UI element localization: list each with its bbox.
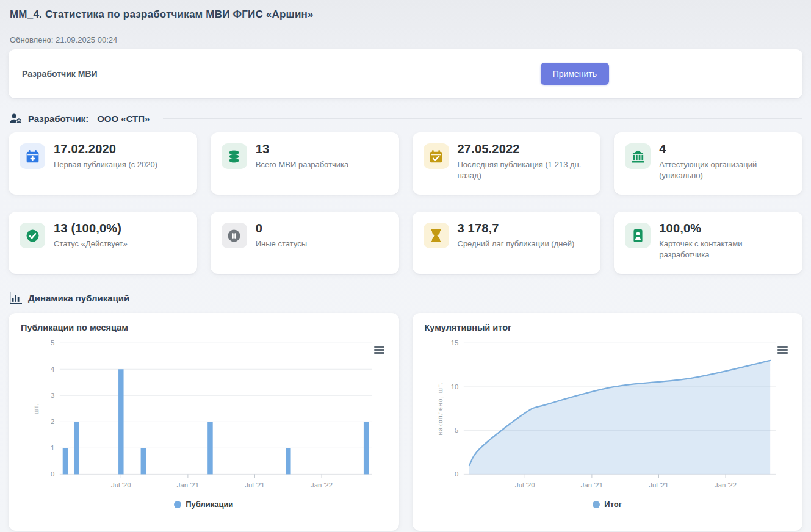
developer-section-header: Разработчик: ООО «СТП» [9, 113, 802, 124]
chart-card-monthly: Публикации по месяцам 012345Jul '20Jan '… [9, 313, 399, 531]
svg-text:Jan '21: Jan '21 [177, 481, 199, 489]
stat-label: Иные статусы [256, 239, 307, 250]
chart-card-cumulative: Кумулятивный итог 051015Jul '20Jan '21Ju… [413, 313, 803, 531]
stat-card-other-statuses: 0 Иные статусы [211, 212, 399, 274]
updated-timestamp: Обновлено: 21.09.2025 00:24 [9, 35, 802, 45]
developer-filter-label: Разработчик МВИ [22, 69, 98, 79]
svg-text:Jul '20: Jul '20 [515, 481, 535, 489]
stat-card-attesting-orgs: 4 Аттестующих организаций (уникально) [614, 132, 802, 195]
legend-label: Публикации [186, 500, 233, 509]
developer-name: ООО «СТП» [97, 113, 150, 124]
stat-label: Первая публикация (с 2020) [54, 159, 157, 170]
svg-text:Jan '21: Jan '21 [580, 481, 602, 489]
stat-label: Карточек с контактами разработчика [659, 239, 791, 260]
legend-dot [174, 501, 181, 508]
stat-card-first-publication: 17.02.2020 Первая публикация (с 2020) [9, 132, 197, 195]
svg-text:2: 2 [51, 418, 54, 425]
svg-text:0: 0 [455, 470, 458, 478]
calendar-check-icon [424, 143, 449, 169]
apply-button[interactable]: Применить [541, 63, 609, 85]
svg-text:Jul '21: Jul '21 [245, 481, 264, 489]
stat-value: 13 (100,0%) [54, 221, 128, 235]
monthly-bar-chart: 012345Jul '20Jan '21Jul '21Jan '22шт. [21, 335, 387, 498]
stat-value: 27.05.2022 [458, 142, 590, 156]
svg-text:3: 3 [51, 392, 54, 399]
filter-card: Разработчик МВИ Применить [9, 49, 802, 98]
check-circle-icon [20, 223, 45, 248]
stat-label: Последняя публикация (1 213 дн. назад) [458, 159, 590, 181]
stat-label: Всего МВИ разработчика [256, 159, 348, 170]
svg-text:Jul '21: Jul '21 [649, 481, 668, 489]
svg-text:5: 5 [455, 426, 458, 434]
legend-publications[interactable]: Публикации [21, 500, 387, 509]
database-icon [222, 143, 247, 169]
legend-label: Итог [604, 500, 622, 509]
bank-icon [625, 143, 651, 169]
legend-dot [593, 501, 600, 508]
svg-text:10: 10 [450, 383, 458, 390]
chart-title-monthly: Публикации по месяцам [21, 323, 387, 332]
svg-text:Jan '22: Jan '22 [311, 481, 333, 489]
stat-value: 3 178,7 [458, 221, 575, 235]
legend-total[interactable]: Итог [425, 500, 791, 509]
stat-label: Статус «Действует» [54, 239, 128, 250]
chart-bar-icon [10, 292, 22, 303]
cumulative-area-chart: 051015Jul '20Jan '21Jul '21Jan '22накопл… [425, 335, 791, 498]
page-title: ММ_4. Статистика по разработчикам МВИ ФГ… [9, 5, 802, 21]
id-card-icon [625, 223, 651, 248]
developer-section-title: Разработчик: [28, 113, 88, 124]
svg-text:накоплено, шт.: накоплено, шт. [436, 382, 443, 435]
stat-card-last-publication: 27.05.2022 Последняя публикация (1 213 д… [413, 132, 601, 195]
svg-text:5: 5 [51, 339, 54, 347]
svg-text:1: 1 [51, 444, 54, 451]
section-divider [143, 298, 802, 298]
svg-text:шт.: шт. [33, 403, 40, 414]
charts-section-title: Динамика публикаций [28, 293, 129, 303]
svg-text:Jan '22: Jan '22 [715, 481, 737, 489]
stat-card-total-mvi: 13 Всего МВИ разработчика [211, 132, 399, 195]
stat-label: Аттестующих организаций (уникально) [659, 159, 791, 181]
stat-value: 100,0% [659, 221, 791, 235]
section-divider [163, 118, 802, 119]
svg-text:Jul '20: Jul '20 [111, 481, 131, 489]
chart-menu-icon[interactable] [374, 346, 384, 355]
user-gear-icon [10, 113, 22, 124]
charts-section-header: Динамика публикаций [9, 292, 802, 303]
hourglass-icon [424, 223, 449, 248]
stat-value: 13 [256, 142, 348, 156]
stat-value: 4 [659, 142, 791, 156]
chart-title-cumulative: Кумулятивный итог [425, 323, 791, 332]
svg-text:0: 0 [51, 470, 54, 478]
pause-circle-icon [222, 223, 247, 248]
stat-card-contact-cards: 100,0% Карточек с контактами разработчик… [614, 212, 802, 274]
charts-grid: Публикации по месяцам 012345Jul '20Jan '… [9, 313, 802, 531]
stat-value: 17.02.2020 [54, 142, 157, 156]
svg-text:15: 15 [450, 339, 458, 347]
chart-menu-icon[interactable] [777, 346, 788, 355]
stat-card-avg-lag: 3 178,7 Средний лаг публикации (дней) [413, 212, 601, 274]
stats-grid: 17.02.2020 Первая публикация (с 2020) 13… [9, 132, 802, 274]
stat-value: 0 [256, 221, 307, 235]
svg-text:4: 4 [51, 365, 54, 373]
stat-card-status-active: 13 (100,0%) Статус «Действует» [9, 212, 197, 274]
calendar-plus-icon [20, 143, 45, 169]
stat-label: Средний лаг публикации (дней) [458, 239, 575, 250]
